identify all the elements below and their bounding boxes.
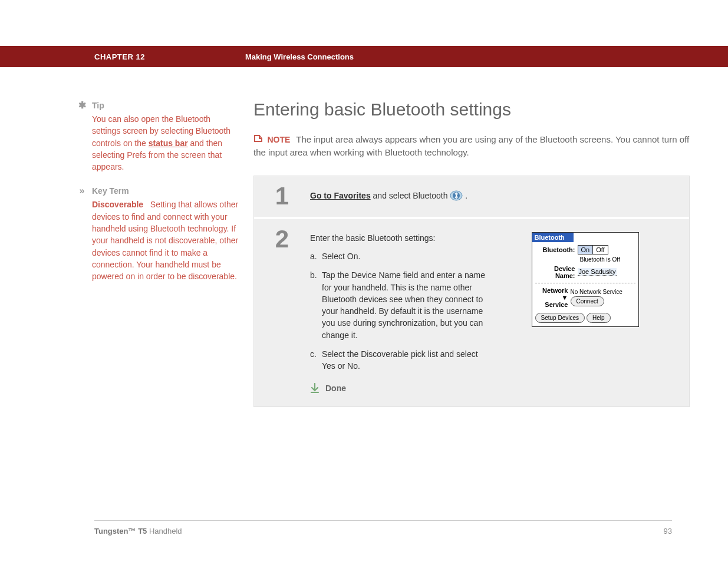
note-text: The input area always appears when you a… (253, 134, 689, 157)
bluetooth-settings-screenshot: Bluetooth Bluetooth: OnOff Bluetooth is … (532, 232, 639, 327)
page-footer: Tungsten™ T5 Handheld 93 (94, 520, 672, 535)
step2-item-c: c.Select the Discoverable pick list and … (310, 348, 493, 372)
palm-setup-button[interactable]: Setup Devices (535, 313, 585, 323)
palm-on-off-toggle[interactable]: OnOff (578, 245, 608, 254)
done-indicator: Done (310, 383, 493, 394)
step-number: 1 (254, 176, 310, 217)
bluetooth-icon (450, 189, 463, 204)
note-label: NOTE (267, 135, 290, 144)
step2-intro: Enter the basic Bluetooth settings: (310, 232, 493, 244)
palm-bt-label: Bluetooth: (535, 246, 578, 253)
palm-devname-label: Device Name: (535, 265, 578, 279)
step-number: 2 (254, 219, 310, 406)
sidebar: ✱ Tip You can also open the Bluetooth se… (77, 100, 253, 407)
main-content: Entering basic Bluetooth settings NOTE T… (253, 100, 690, 407)
steps-container: 1 Go to Favorites and select Bluetooth . (253, 176, 690, 407)
note-icon (253, 134, 265, 144)
keyterm-label: Key Term (92, 186, 129, 196)
step2-item-a: a.Select On. (310, 250, 493, 262)
status-bar-link[interactable]: status bar (149, 138, 188, 148)
down-arrow-icon (310, 383, 319, 394)
asterisk-icon: ✱ (77, 100, 87, 111)
step-2: 2 Enter the basic Bluetooth settings: a.… (254, 219, 689, 406)
chapter-header: CHAPTER 12 Making Wireless Connections (0, 46, 728, 67)
page-number: 93 (664, 527, 672, 535)
chapter-label: CHAPTER 12 (94, 52, 145, 61)
keyterm-block: » Key Term Discoverable Setting that all… (77, 186, 239, 282)
keyterm-text: Discoverable Setting that allows other d… (77, 196, 239, 282)
note-block: NOTE The input area always appears when … (253, 133, 690, 159)
go-to-favorites-link[interactable]: Go to Favorites (310, 191, 371, 200)
palm-help-button[interactable]: Help (587, 313, 611, 323)
tip-text: You can also open the Bluetooth settings… (77, 111, 239, 173)
palm-bt-status: Bluetooth is Off (580, 256, 635, 263)
section-title: Making Wireless Connections (245, 52, 354, 61)
step-1: 1 Go to Favorites and select Bluetooth . (254, 176, 689, 219)
palm-network-value: No Network Service (571, 289, 622, 295)
tip-label: Tip (92, 101, 104, 110)
palm-devname-field[interactable]: Joe Sadusky (578, 268, 617, 276)
palm-connect-button[interactable]: Connect (571, 296, 604, 306)
palm-title: Bluetooth (532, 233, 574, 242)
tip-block: ✱ Tip You can also open the Bluetooth se… (77, 100, 239, 173)
chevrons-icon: » (77, 186, 87, 196)
product-name: Tungsten™ T5 Handheld (94, 527, 182, 535)
step2-item-b: b.Tap the Device Name field and enter a … (310, 269, 493, 341)
page-title: Entering basic Bluetooth settings (253, 100, 690, 120)
